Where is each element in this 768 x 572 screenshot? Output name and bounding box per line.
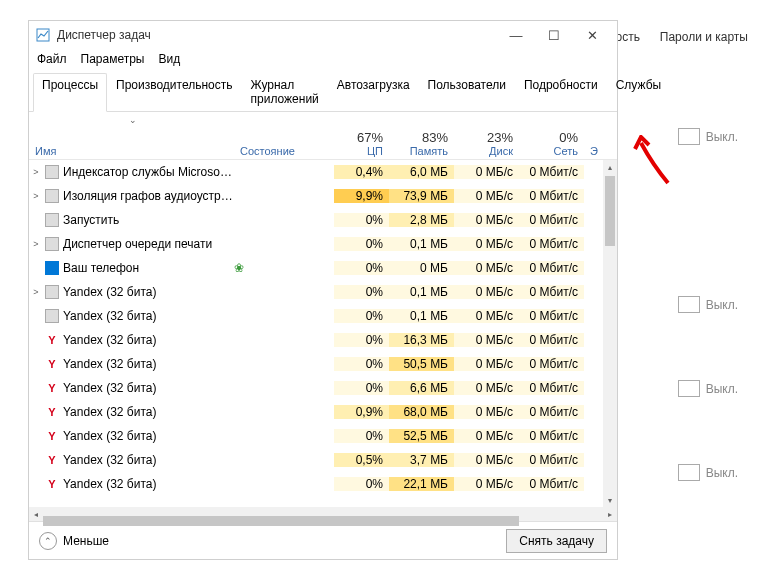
process-name: Yandex (32 бита) [61,333,234,347]
process-name: Ваш телефон [61,261,234,275]
net-cell: 0 Мбит/с [519,309,584,323]
fewer-details-button[interactable]: ⌃ Меньше [39,532,109,550]
bg-toggle-3[interactable]: Выкл. [678,380,738,397]
header-chevron[interactable]: ⌄ [29,112,617,128]
tab-services[interactable]: Службы [607,73,670,111]
scroll-thumb-h[interactable] [43,516,519,526]
expand-toggle[interactable]: > [29,239,43,249]
footer: ⌃ Меньше Снять задачу [29,521,617,559]
toggle-label: Выкл. [706,130,738,144]
table-row[interactable]: YYandex (32 бита)0%16,3 МБ0 МБ/с0 Мбит/с [29,328,603,352]
mem-cell: 50,5 МБ [389,357,454,371]
annotation-arrow [633,135,673,185]
process-icon [43,285,61,299]
table-row[interactable]: >Изоляция графов аудиоустро...9,9%73,9 М… [29,184,603,208]
net-label: Сеть [525,145,578,157]
cpu-label: ЦП [340,145,383,157]
disk-cell: 0 МБ/с [454,405,519,419]
table-row[interactable]: YYandex (32 бита)0%22,1 МБ0 МБ/с0 Мбит/с [29,472,603,496]
cpu-cell: 0% [334,237,389,251]
table-row[interactable]: YYandex (32 бита)0,5%3,7 МБ0 МБ/с0 Мбит/… [29,448,603,472]
table-row[interactable]: YYandex (32 бита)0%50,5 МБ0 МБ/с0 Мбит/с [29,352,603,376]
mem-cell: 0 МБ [389,261,454,275]
toggle-label: Выкл. [706,298,738,312]
disk-cell: 0 МБ/с [454,381,519,395]
menubar: Файл Параметры Вид [29,49,617,69]
process-name: Yandex (32 бита) [61,309,234,323]
bg-toggle-1[interactable]: Выкл. [678,128,738,145]
scroll-right-button[interactable]: ▸ [603,507,617,521]
fewer-details-label: Меньше [63,534,109,548]
toggle-label: Выкл. [706,466,738,480]
scroll-up-button[interactable]: ▴ [603,160,617,174]
col-cpu[interactable]: 67%ЦП [334,128,389,159]
table-row[interactable]: >Yandex (32 бита)0%0,1 МБ0 МБ/с0 Мбит/с [29,280,603,304]
col-name[interactable]: Имя [29,143,234,159]
process-name: Yandex (32 бита) [61,381,234,395]
expand-toggle[interactable]: > [29,287,43,297]
col-state[interactable]: Состояние [234,143,334,159]
table-row[interactable]: YYandex (32 бита)0%6,6 МБ0 МБ/с0 Мбит/с [29,376,603,400]
checkbox-icon[interactable] [678,128,700,145]
process-icon [43,165,61,179]
process-name: Индексатор службы Microsoft ... [61,165,234,179]
table-row[interactable]: >Диспетчер очереди печати0%0,1 МБ0 МБ/с0… [29,232,603,256]
table-row[interactable]: Yandex (32 бита)0%0,1 МБ0 МБ/с0 Мбит/с [29,304,603,328]
menu-options[interactable]: Параметры [81,52,145,66]
table-row[interactable]: YYandex (32 бита)0,9%68,0 МБ0 МБ/с0 Мбит… [29,400,603,424]
expand-toggle[interactable]: > [29,167,43,177]
cpu-cell: 0% [334,381,389,395]
col-mem[interactable]: 83%Память [389,128,454,159]
process-name: Изоляция графов аудиоустро... [61,189,234,203]
checkbox-icon[interactable] [678,296,700,313]
menu-file[interactable]: Файл [37,52,67,66]
tab-performance[interactable]: Производительность [107,73,241,111]
menu-view[interactable]: Вид [158,52,180,66]
tab-startup[interactable]: Автозагрузка [328,73,419,111]
scroll-left-button[interactable]: ◂ [29,507,43,521]
col-extra[interactable]: Э [584,143,604,159]
process-state: ❀ [234,261,334,275]
horizontal-scrollbar[interactable]: ◂ ▸ [29,507,617,521]
net-cell: 0 Мбит/с [519,477,584,491]
col-net[interactable]: 0%Сеть [519,128,584,159]
net-cell: 0 Мбит/с [519,405,584,419]
minimize-button[interactable]: — [497,21,535,49]
mem-cell: 2,8 МБ [389,213,454,227]
cpu-cell: 0% [334,477,389,491]
process-name: Диспетчер очереди печати [61,237,234,251]
process-icon [43,213,61,227]
table-row[interactable]: Ваш телефон❀0%0 МБ0 МБ/с0 Мбит/с [29,256,603,280]
process-list[interactable]: >Индексатор службы Microsoft ...0,4%6,0 … [29,160,603,507]
vertical-scrollbar[interactable]: ▴ ▾ [603,160,617,507]
mem-cell: 0,1 МБ [389,285,454,299]
table-row[interactable]: Запустить0%2,8 МБ0 МБ/с0 Мбит/с [29,208,603,232]
maximize-button[interactable]: ☐ [535,21,573,49]
titlebar[interactable]: Диспетчер задач — ☐ ✕ [29,21,617,49]
checkbox-icon[interactable] [678,464,700,481]
bg-toggle-2[interactable]: Выкл. [678,296,738,313]
tab-details[interactable]: Подробности [515,73,607,111]
end-task-button[interactable]: Снять задачу [506,529,607,553]
scroll-down-button[interactable]: ▾ [603,493,617,507]
tab-processes[interactable]: Процессы [33,73,107,112]
table-row[interactable]: YYandex (32 бита)0%52,5 МБ0 МБ/с0 Мбит/с [29,424,603,448]
expand-toggle[interactable]: > [29,191,43,201]
mem-cell: 3,7 МБ [389,453,454,467]
tab-users[interactable]: Пользователи [419,73,515,111]
process-name: Yandex (32 бита) [61,453,234,467]
bg-toggle-4[interactable]: Выкл. [678,464,738,481]
close-button[interactable]: ✕ [573,21,611,49]
bg-passwords-link[interactable]: Пароли и карты [660,30,748,44]
mem-cell: 52,5 МБ [389,429,454,443]
process-icon: Y [43,357,61,371]
scroll-thumb[interactable] [605,176,615,246]
table-row[interactable]: >Индексатор службы Microsoft ...0,4%6,0 … [29,160,603,184]
cpu-cell: 9,9% [334,189,389,203]
disk-cell: 0 МБ/с [454,237,519,251]
app-icon [35,27,51,43]
disk-cell: 0 МБ/с [454,357,519,371]
col-disk[interactable]: 23%Диск [454,128,519,159]
tab-app-history[interactable]: Журнал приложений [242,73,328,111]
checkbox-icon[interactable] [678,380,700,397]
